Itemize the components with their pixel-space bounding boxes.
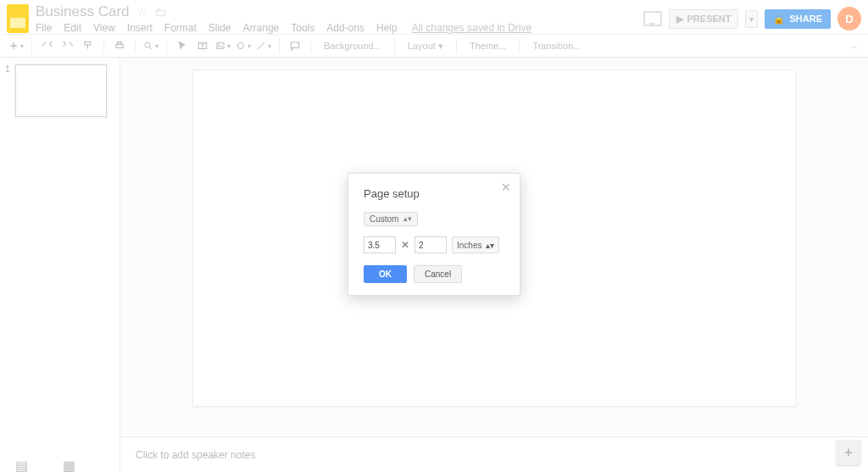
height-input[interactable] [415,236,447,253]
menu-slide[interactable]: Slide [209,22,231,34]
svg-rect-5 [217,43,224,49]
paint-format-button[interactable] [81,38,96,53]
svg-point-7 [238,43,244,49]
svg-rect-2 [118,42,122,44]
svg-rect-0 [85,42,91,45]
divider [279,38,280,53]
divider [166,38,167,53]
size-mode-label: Custom [370,214,398,224]
speaker-notes[interactable]: Click to add speaker notes [120,436,868,472]
film-strip: 1 [0,58,120,472]
star-icon[interactable]: ☆ [136,5,147,19]
ok-button[interactable]: OK [364,265,407,283]
toolbar: Background... Layout ▾ Theme... Transiti… [0,34,868,58]
unit-label: Inches [457,241,481,250]
divider [310,38,311,53]
menu-file[interactable]: File [36,22,52,34]
textbox-tool[interactable] [195,38,210,53]
comment-tool[interactable] [287,38,303,53]
comments-icon[interactable] [643,11,662,26]
undo-button[interactable] [40,38,55,53]
account-avatar[interactable]: D [837,7,861,31]
menu-help[interactable]: Help [376,22,398,34]
zoom-button[interactable] [143,38,159,53]
dialog-title: Page setup [364,187,504,200]
menu-bar: File Edit View Insert Format Slide Arran… [36,22,637,34]
svg-rect-1 [116,44,123,47]
divider [394,38,395,53]
unit-select[interactable]: Inches ▴▾ [452,236,499,253]
present-button[interactable]: ▶ PRESENT [669,9,739,29]
lock-icon: 🔒 [773,14,785,25]
image-tool[interactable] [215,38,231,53]
app-header: Business Card ☆ 🗀 File Edit View Insert … [0,0,868,34]
play-icon: ▶ [676,14,683,25]
bottom-view-controls [15,458,81,469]
slide-number: 1 [5,64,12,117]
width-input[interactable] [364,236,396,253]
size-mode-select[interactable]: Custom ▴▾ [364,212,418,226]
title-area: Business Card ☆ 🗀 File Edit View Insert … [36,3,637,34]
divider [103,38,104,53]
line-tool[interactable] [256,38,271,53]
menu-insert[interactable]: Insert [127,22,153,34]
divider [31,38,32,53]
share-label: SHARE [789,14,822,24]
close-icon[interactable]: ✕ [501,180,511,194]
save-status[interactable]: All changes saved in Drive [412,22,531,34]
chevron-updown-icon: ▴▾ [403,215,412,223]
menu-tools[interactable]: Tools [291,22,314,34]
print-button[interactable] [112,38,127,53]
layout-button[interactable]: Layout ▾ [403,41,448,52]
document-title[interactable]: Business Card [36,3,130,20]
transition-button[interactable]: Transition... [527,41,586,51]
shape-tool[interactable] [236,38,251,53]
collapse-toolbar-icon[interactable]: ︿ [849,39,860,53]
menu-edit[interactable]: Edit [64,22,81,34]
present-dropdown[interactable]: ▾ [745,10,758,28]
slides-app-icon [7,4,29,33]
grid-view-icon[interactable] [63,458,81,469]
slide-thumb-row[interactable]: 1 [5,64,114,117]
background-button[interactable]: Background... [319,41,387,51]
divider [135,38,136,53]
page-setup-dialog: ✕ Page setup Custom ▴▾ ✕ Inches ▴▾ OK Ca… [348,173,520,296]
explore-button[interactable]: + [836,440,861,465]
menu-view[interactable]: View [93,22,115,34]
chevron-updown-icon: ▴▾ [486,241,494,250]
new-slide-button[interactable] [8,38,24,53]
redo-button[interactable] [60,38,75,53]
select-tool[interactable] [175,38,190,53]
share-button[interactable]: 🔒 SHARE [765,9,831,29]
present-label: PRESENT [687,14,732,24]
svg-point-3 [145,42,150,47]
filmstrip-view-icon[interactable] [15,458,34,469]
divider [519,38,520,53]
dimension-separator: ✕ [401,239,409,251]
svg-rect-8 [291,42,298,47]
divider [456,38,457,53]
menu-addons[interactable]: Add-ons [326,22,364,34]
theme-button[interactable]: Theme... [465,41,511,51]
menu-arrange[interactable]: Arrange [243,22,280,34]
menu-format[interactable]: Format [164,22,197,34]
cancel-button[interactable]: Cancel [414,265,462,283]
move-folder-icon[interactable]: 🗀 [154,5,166,19]
slide-thumbnail[interactable] [15,64,107,117]
